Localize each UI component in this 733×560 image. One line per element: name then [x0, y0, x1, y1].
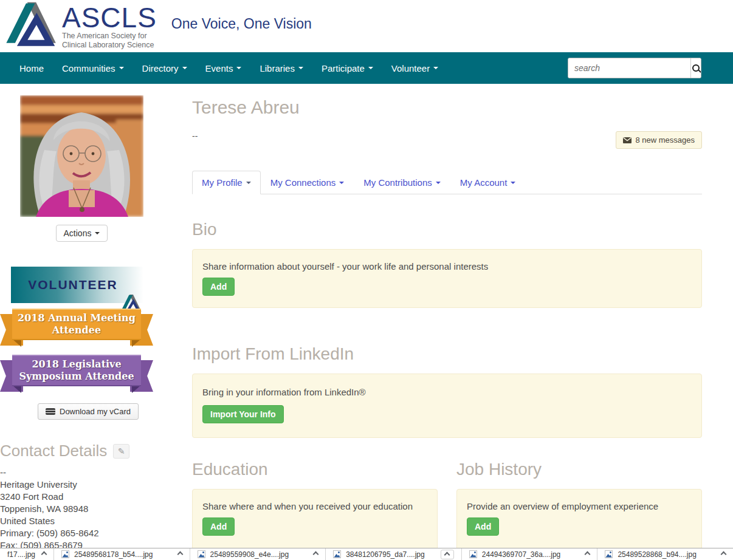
chevron-down-icon: [433, 67, 438, 69]
download-vcard-button[interactable]: Download my vCard: [38, 403, 139, 420]
site-header: ASCLS The American Society for Clinical …: [0, 0, 733, 52]
edit-contact-button[interactable]: ✎: [113, 444, 129, 459]
contact-address: -- Heritage University 3240 Fort Road To…: [0, 466, 170, 551]
profile-tabs: My Profile My Connections My Contributio…: [192, 171, 702, 194]
site-slogan: One Voice, One Vision: [171, 16, 312, 32]
search-group: [568, 58, 701, 78]
profile-photo: [20, 95, 143, 217]
browser-downloads-bar: f17....jpg 25489568178_b54....jpg 254895…: [0, 548, 733, 560]
bio-add-button[interactable]: Add: [202, 278, 235, 296]
main-navbar: Home Communities Directory Events Librar…: [0, 52, 733, 84]
chevron-down-icon: [298, 67, 303, 69]
envelope-icon: [623, 137, 631, 143]
chevron-down-icon: [236, 67, 241, 69]
logo-tagline-2: Clinical Laboratory Science: [62, 41, 157, 49]
chevron-up-icon[interactable]: [177, 551, 183, 558]
tab-my-contributions[interactable]: My Contributions: [354, 171, 450, 194]
chevron-up-icon[interactable]: [721, 551, 727, 558]
chevron-down-icon: [339, 182, 344, 184]
nav-participate[interactable]: Participate: [312, 52, 382, 84]
chevron-up-icon: [444, 552, 450, 558]
actions-button[interactable]: Actions: [56, 225, 108, 242]
download-item[interactable]: 38481206795_da7....jpg: [326, 548, 461, 560]
nav-directory[interactable]: Directory: [133, 52, 196, 84]
tab-my-account[interactable]: My Account: [450, 171, 526, 194]
education-add-button[interactable]: Add: [202, 517, 235, 536]
job-history-add-button[interactable]: Add: [467, 517, 499, 536]
profile-main: Terese Abreu -- 8 new messages My Profil…: [192, 84, 702, 560]
logo-tagline-1: The American Society for: [62, 32, 157, 40]
badge-annual-meeting: 2018 Annual Meeting Attendee: [12, 309, 141, 340]
search-input[interactable]: [568, 58, 690, 78]
nav-volunteer[interactable]: Volunteer: [382, 52, 447, 84]
nav-home[interactable]: Home: [10, 52, 53, 84]
download-item[interactable]: 25489559908_e4e....jpg: [190, 548, 326, 560]
job-history-prompt: Provide an overview of employment experi…: [467, 501, 692, 511]
search-icon: [692, 64, 700, 72]
profile-subtitle: --: [192, 131, 198, 141]
image-file-icon: [61, 550, 69, 558]
chevron-up-icon[interactable]: [585, 551, 591, 558]
address-line: Toppenish, WA 98948: [0, 503, 170, 515]
volunteer-badge-label: VOLUNTEER: [28, 278, 118, 292]
chevron-down-icon: [368, 67, 373, 69]
bio-panel: Share information about yourself - your …: [192, 249, 702, 308]
bio-section-title: Bio: [192, 220, 702, 239]
download-item[interactable]: f17....jpg: [0, 548, 53, 560]
download-item[interactable]: 24494369707_36a....jpg: [462, 548, 597, 560]
chevron-up-button[interactable]: [441, 550, 454, 559]
logo-acronym: ASCLS: [62, 4, 157, 31]
contact-details-title: Contact Details: [0, 442, 107, 460]
address-line: Primary: (509) 865-8642: [0, 527, 170, 539]
linkedin-import-button[interactable]: Import Your Info: [202, 405, 284, 423]
download-item[interactable]: 25489528868_b94....jpg: [597, 548, 733, 560]
chevron-up-icon[interactable]: [41, 551, 47, 558]
image-file-icon: [198, 550, 205, 558]
nav-events[interactable]: Events: [196, 52, 251, 84]
job-history-panel: Provide an overview of employment experi…: [456, 489, 702, 556]
nav-communities[interactable]: Communities: [53, 52, 133, 84]
linkedin-section-title: Import From LinkedIn: [192, 344, 702, 364]
ascls-logo[interactable]: ASCLS The American Society for Clinical …: [5, 3, 157, 49]
badge-annual-meeting-label: 2018 Annual Meeting Attendee: [12, 309, 141, 340]
profile-sidebar: Actions VOLUNTEER 2018 Annual Meeting At…: [0, 84, 170, 560]
image-file-icon: [333, 550, 341, 558]
ascls-triangle-icon: [5, 1, 58, 47]
search-button[interactable]: [690, 58, 701, 78]
address-line: 3240 Fort Road: [0, 491, 170, 503]
pencil-icon: ✎: [118, 446, 125, 456]
address-line: United States: [0, 515, 170, 527]
tab-my-profile[interactable]: My Profile: [192, 171, 261, 194]
chevron-up-icon[interactable]: [313, 551, 319, 558]
education-section-title: Education: [192, 460, 438, 479]
chevron-down-icon: [436, 182, 441, 184]
volunteer-badge: VOLUNTEER: [11, 267, 143, 303]
linkedin-prompt: Bring in your information from LinkedIn®: [202, 387, 692, 397]
download-item[interactable]: 25489568178_b54....jpg: [54, 548, 190, 560]
page-title: Terese Abreu: [192, 97, 702, 118]
education-prompt: Share where and when you received your e…: [202, 501, 427, 511]
vcard-icon: [46, 408, 55, 415]
address-line: Heritage University: [0, 479, 170, 491]
address-line: --: [0, 466, 170, 479]
chevron-down-icon: [511, 182, 515, 184]
linkedin-panel: Bring in your information from LinkedIn®…: [192, 374, 702, 438]
badge-legislative-symposium-label: 2018 Legislative Symposium Attendee: [12, 355, 141, 386]
chevron-down-icon: [246, 182, 251, 184]
chevron-down-icon: [182, 67, 187, 69]
nav-libraries[interactable]: Libraries: [250, 52, 312, 84]
bio-prompt: Share information about yourself - your …: [202, 261, 692, 271]
badge-legislative-symposium: 2018 Legislative Symposium Attendee: [12, 355, 141, 386]
image-file-icon: [605, 550, 613, 558]
new-messages-button[interactable]: 8 new messages: [616, 131, 702, 149]
chevron-down-icon: [119, 67, 124, 69]
tab-my-connections[interactable]: My Connections: [261, 171, 354, 194]
job-history-section-title: Job History: [456, 460, 702, 479]
education-panel: Share where and when you received your e…: [192, 489, 438, 556]
image-file-icon: [469, 550, 477, 558]
chevron-down-icon: [95, 232, 100, 234]
page-content: Actions VOLUNTEER 2018 Annual Meeting At…: [0, 84, 733, 560]
